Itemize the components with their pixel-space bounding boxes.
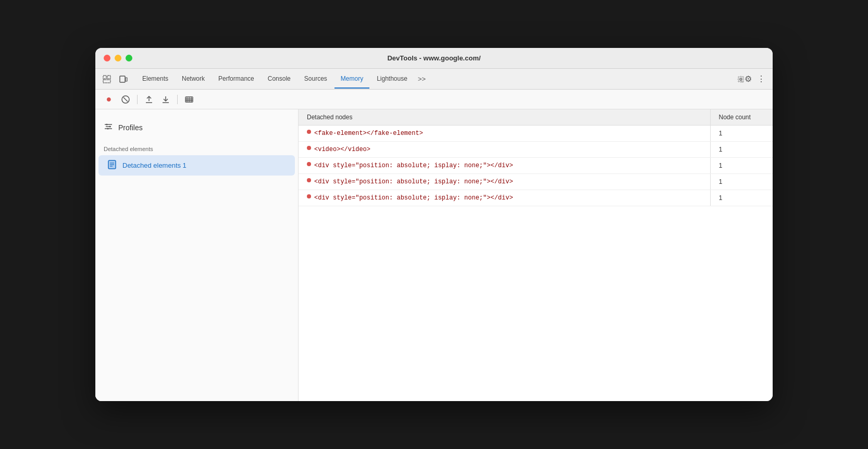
toolbar-separator-2 [177, 95, 178, 104]
profiles-label: Profiles [118, 123, 143, 132]
col-detached-nodes-header: Detached nodes [299, 109, 710, 126]
node-cell-0: <fake-element></fake-element> [299, 126, 710, 142]
record-btn[interactable]: ● [102, 92, 116, 107]
sidebar-item-label: Detached elements 1 [122, 161, 187, 169]
node-dot-icon [307, 130, 311, 134]
svg-rect-2 [107, 76, 110, 79]
table-row[interactable]: <div style="position: absolute; isplay: … [299, 174, 773, 190]
detached-elements-icon [107, 159, 117, 171]
node-name-text: <div style="position: absolute; isplay: … [314, 162, 513, 169]
node-count-cell-1: 1 [710, 142, 773, 158]
sidebar-section-title: Detached elements [95, 138, 298, 155]
tab-performance[interactable]: Performance [212, 70, 261, 89]
more-options-btn[interactable]: ⋮ [754, 72, 768, 86]
tab-sources[interactable]: Sources [298, 70, 333, 89]
node-count-cell-2: 1 [710, 158, 773, 174]
node-cell-2: <div style="position: absolute; isplay: … [299, 158, 710, 174]
node-cell-3: <div style="position: absolute; isplay: … [299, 174, 710, 190]
tab-console[interactable]: Console [262, 70, 297, 89]
tabs-bar: Elements Network Performance Console Sou… [95, 69, 773, 90]
window-title: DevTools - www.google.com/ [387, 54, 480, 62]
minimize-button[interactable] [115, 55, 121, 61]
table-row[interactable]: <video></video>1 [299, 142, 773, 158]
svg-rect-0 [103, 76, 106, 79]
maximize-button[interactable] [126, 55, 132, 61]
titlebar: DevTools - www.google.com/ [95, 48, 773, 69]
detached-nodes-table: Detached nodes Node count <fake-element>… [299, 109, 773, 206]
devtools-window: DevTools - www.google.com/ Elements [95, 48, 773, 401]
sidebar: Profiles Detached elements Detached elem… [95, 109, 299, 401]
svg-rect-1 [103, 80, 110, 83]
node-count-cell-0: 1 [710, 126, 773, 142]
device-toolbar-btn[interactable] [116, 72, 131, 86]
profiles-icon [104, 122, 113, 133]
tab-network[interactable]: Network [176, 70, 211, 89]
profiles-section: Profiles [95, 118, 298, 138]
node-count-cell-3: 1 [710, 174, 773, 190]
download-btn[interactable] [158, 92, 173, 107]
tab-lighthouse[interactable]: Lighthouse [370, 70, 414, 89]
stop-btn[interactable] [118, 92, 133, 107]
tab-overflow-btn[interactable]: >> [415, 70, 429, 89]
node-count-cell-4: 1 [710, 190, 773, 206]
table-row[interactable]: <div style="position: absolute; isplay: … [299, 158, 773, 174]
node-name-text: <video></video> [314, 146, 370, 153]
node-dot-icon [307, 178, 311, 182]
content-area: Profiles Detached elements Detached elem… [95, 109, 773, 401]
table-row[interactable]: <div style="position: absolute; isplay: … [299, 190, 773, 206]
inspect-icon-btn[interactable] [100, 72, 114, 86]
tab-elements[interactable]: Elements [136, 70, 175, 89]
sidebar-item-detached-elements-1[interactable]: Detached elements 1 [98, 155, 295, 176]
settings-btn[interactable]: ⚙ [737, 72, 752, 86]
clear-btn[interactable] [182, 92, 196, 107]
node-dot-icon [307, 194, 311, 198]
toolbar-separator-1 [137, 95, 138, 104]
node-name-text: <fake-element></fake-element> [314, 130, 423, 137]
tab-icon-group [100, 72, 131, 86]
node-cell-1: <video></video> [299, 142, 710, 158]
memory-toolbar: ● [95, 90, 773, 109]
table-row[interactable]: <fake-element></fake-element>1 [299, 126, 773, 142]
main-content: Detached nodes Node count <fake-element>… [299, 109, 773, 401]
col-node-count-header: Node count [710, 109, 773, 126]
node-dot-icon [307, 146, 311, 150]
node-dot-icon [307, 162, 311, 166]
node-name-text: <div style="position: absolute; isplay: … [314, 194, 513, 202]
close-button[interactable] [104, 55, 110, 61]
svg-line-6 [123, 97, 128, 102]
tab-memory[interactable]: Memory [334, 70, 369, 89]
tabs-actions: ⚙ ⋮ [737, 72, 768, 86]
upload-btn[interactable] [142, 92, 156, 107]
traffic-lights [104, 55, 132, 61]
node-name-text: <div style="position: absolute; isplay: … [314, 178, 513, 185]
svg-rect-3 [120, 76, 125, 82]
svg-rect-4 [126, 78, 127, 81]
node-cell-4: <div style="position: absolute; isplay: … [299, 190, 710, 206]
